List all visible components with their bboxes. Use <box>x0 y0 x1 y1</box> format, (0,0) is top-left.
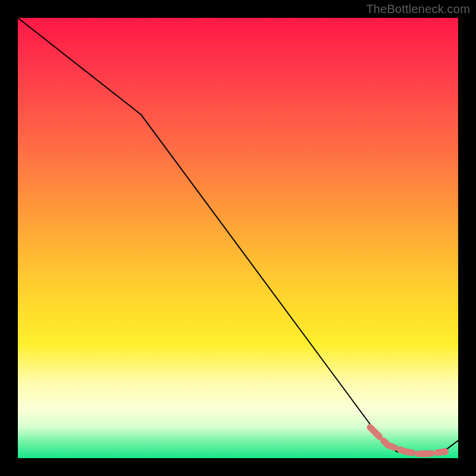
watermark-text: TheBottleneck.com <box>366 2 470 16</box>
chart-frame: TheBottleneck.com <box>0 0 476 476</box>
plot-background-gradient <box>18 18 458 458</box>
